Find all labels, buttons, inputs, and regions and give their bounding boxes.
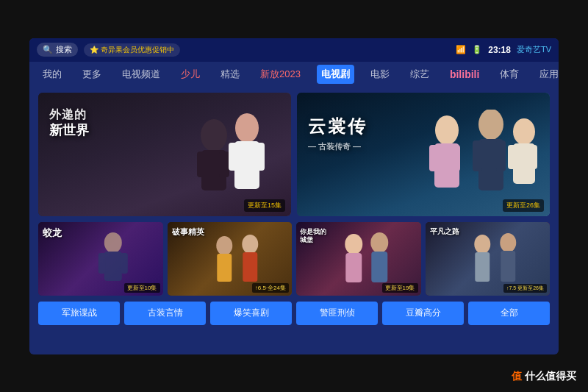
svg-rect-3 [219, 152, 229, 177]
drama1-title-line1: 外递的 [49, 107, 89, 123]
svg-rect-31 [371, 252, 387, 282]
svg-point-20 [104, 232, 122, 253]
sc3-title: 你是我的城堡 [300, 228, 326, 245]
nav-item-variety[interactable]: 综艺 [406, 65, 434, 84]
drama2-subtitle: — 古装传奇 — [308, 141, 368, 152]
drama1-title-line2: 新世界 [49, 122, 89, 139]
cat-btn-comedy[interactable]: 爆笑喜剧 [210, 302, 292, 325]
top-bar: 🔍 搜索 ⭐ 奇异果会员优惠促销中 📶 🔋 23:18 爱奇艺TV [29, 38, 559, 62]
nav-item-tv-channel[interactable]: 电视频道 [118, 65, 165, 84]
svg-rect-35 [501, 251, 516, 282]
promo-icon: ⭐ [90, 46, 98, 54]
nav-item-kids[interactable]: 少儿 [176, 65, 204, 84]
svg-point-12 [478, 110, 503, 140]
svg-point-24 [217, 236, 233, 255]
svg-rect-15 [496, 140, 506, 171]
sc2-title: 破事精英 [172, 227, 204, 238]
tv-screen: 🔍 搜索 ⭐ 奇异果会员优惠促销中 📶 🔋 23:18 爱奇艺TV 我的 更多 … [29, 38, 559, 354]
svg-point-16 [513, 118, 535, 145]
clock: 23:18 [488, 45, 511, 55]
small-cards-row: 蛟龙 更新至10集 破事精英 ↑6.5·全24集 [38, 222, 550, 296]
nav-item-my[interactable]: 我的 [38, 65, 66, 84]
svg-rect-29 [345, 253, 362, 282]
svg-point-26 [243, 235, 259, 254]
svg-point-4 [235, 113, 259, 143]
svg-point-34 [501, 233, 517, 252]
small-card-2[interactable]: 破事精英 ↑6.5·全24集 [168, 222, 293, 296]
featured-row: 外递的 新世界 更新至15集 [38, 93, 550, 216]
svg-rect-27 [243, 252, 258, 282]
drama1-title-overlay: 外递的 新世界 [49, 107, 89, 140]
svg-rect-6 [229, 143, 238, 171]
nav-item-bilibili[interactable]: bilibili [445, 65, 484, 83]
brand-label: 爱奇艺TV [517, 44, 551, 55]
svg-rect-7 [255, 143, 265, 171]
search-label: 搜索 [56, 44, 72, 55]
promo-badge: ⭐ 奇异果会员优惠促销中 [84, 43, 180, 57]
brand-text: 什么值得买 [525, 370, 576, 382]
nav-item-more[interactable]: 更多 [78, 65, 106, 84]
wifi-icon: 📶 [456, 45, 466, 54]
featured-card-1[interactable]: 外递的 新世界 更新至15集 [38, 93, 291, 216]
site-brand: 值 什么值得买 [512, 370, 576, 383]
featured-card-2[interactable]: 云裳传 — 古装传奇 — 更新至26集 [297, 93, 550, 216]
sc2-badge: ↑6.5·全24集 [252, 283, 289, 293]
svg-point-8 [435, 115, 459, 145]
sc4-badge: ↑7.5·更新至26集 [503, 284, 547, 293]
nav-item-apps[interactable]: 应用 [535, 65, 559, 84]
category-row: 军旅谍战 古装言情 爆笑喜剧 警匪刑侦 豆瓣高分 全部 [38, 302, 550, 325]
nav-item-new[interactable]: 新放2023 [256, 65, 305, 84]
svg-rect-33 [476, 252, 490, 282]
svg-point-28 [345, 234, 362, 254]
svg-rect-11 [451, 145, 460, 171]
cat-btn-military[interactable]: 军旅谍战 [38, 302, 120, 325]
cat-btn-douban[interactable]: 豆瓣高分 [382, 302, 464, 325]
svg-point-32 [475, 235, 491, 254]
battery-icon: 🔋 [472, 45, 482, 54]
search-button[interactable]: 🔍 搜索 [37, 43, 78, 57]
svg-rect-18 [508, 145, 516, 169]
sc4-title: 平凡之路 [430, 227, 459, 237]
cat-btn-costume[interactable]: 古装言情 [124, 302, 206, 325]
svg-rect-25 [218, 254, 232, 282]
small-card-4[interactable]: 平凡之路 ↑7.5·更新至26集 [426, 222, 551, 296]
svg-rect-10 [429, 145, 438, 171]
nav-item-movie[interactable]: 电影 [366, 65, 394, 84]
outer-frame: 🔍 搜索 ⭐ 奇异果会员优惠促销中 📶 🔋 23:18 爱奇艺TV 我的 更多 … [0, 0, 588, 392]
svg-rect-22 [98, 253, 106, 274]
svg-rect-2 [197, 152, 207, 177]
drama2-title-overlay: 云裳传 — 古装传奇 — [308, 115, 368, 152]
nav-item-featured[interactable]: 精选 [216, 65, 244, 84]
svg-rect-21 [104, 252, 122, 281]
svg-point-0 [201, 119, 227, 152]
sc1-badge: 更新至10集 [124, 283, 160, 293]
drama2-badge: 更新至26集 [503, 199, 544, 212]
svg-rect-14 [473, 140, 482, 171]
drama2-title: 云裳传 [308, 115, 368, 138]
promo-label: 奇异果会员优惠促销中 [101, 45, 174, 55]
brand-icon: 值 [512, 370, 522, 382]
nav-item-drama[interactable]: 电视剧 [317, 65, 354, 84]
search-icon: 🔍 [43, 45, 53, 54]
svg-point-30 [370, 232, 388, 253]
nav-item-sports[interactable]: 体育 [495, 65, 523, 84]
small-card-1[interactable]: 蛟龙 更新至10集 [38, 222, 163, 296]
svg-rect-19 [529, 145, 537, 169]
top-bar-right: 📶 🔋 23:18 爱奇艺TV [456, 44, 551, 55]
drama1-badge: 更新至15集 [244, 199, 285, 212]
svg-rect-23 [121, 253, 128, 274]
main-content: 外递的 新世界 更新至15集 [29, 87, 559, 331]
sc1-title: 蛟龙 [43, 227, 62, 240]
small-card-3[interactable]: 你是我的城堡 更新至19集 [296, 222, 421, 296]
sc3-badge: 更新至19集 [382, 283, 418, 293]
cat-btn-all[interactable]: 全部 [468, 302, 550, 325]
nav-bar: 我的 更多 电视频道 少儿 精选 新放2023 电视剧 电影 综艺 bilibi… [29, 62, 559, 87]
cat-btn-crime[interactable]: 警匪刑侦 [296, 302, 378, 325]
